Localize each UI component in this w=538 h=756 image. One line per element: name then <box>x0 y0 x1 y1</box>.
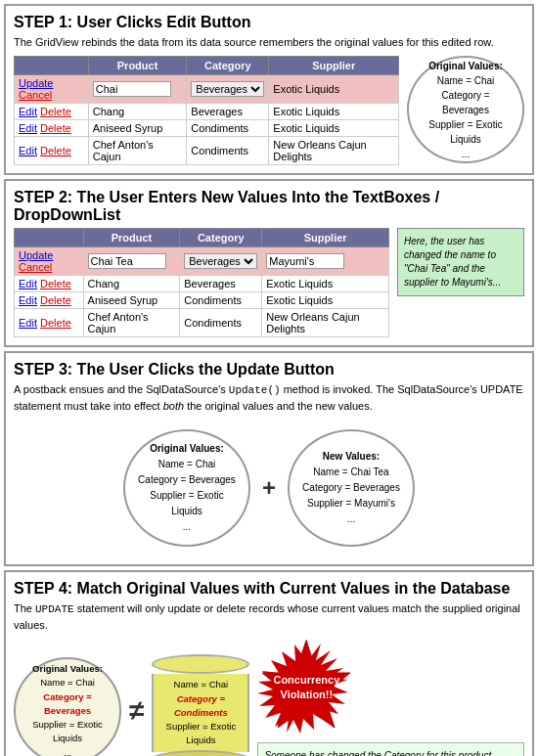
product-cell: Chef Anton's Cajun <box>88 137 187 165</box>
step3-description: A postback ensues and the SqlDataSource'… <box>14 382 524 414</box>
product-cell: Chef Anton's Cajun <box>83 309 180 337</box>
new-values-circle: New Values: Name = Chai Tea Category = B… <box>288 429 415 547</box>
step1-content: Product Category Supplier Update Cancel <box>14 56 524 165</box>
table-row: Edit Delete Chef Anton's Cajun Condiment… <box>15 309 389 337</box>
step4-right: ConcurrencyViolation!! Someone has chang… <box>257 639 524 756</box>
table-row: Update Cancel Beverages Exotic Liquids <box>15 75 399 104</box>
delete-link[interactable]: Delete <box>40 278 71 289</box>
row-actions: Edit Delete <box>15 137 89 165</box>
product-input[interactable] <box>88 253 166 269</box>
category-cell: Condiments <box>180 292 262 309</box>
row-actions: Edit Delete <box>15 120 89 137</box>
step2-content: Product Category Supplier Update Cancel <box>14 228 524 337</box>
table-row: Edit Delete Aniseed Syrup Condiments Exo… <box>15 292 389 309</box>
category-cell: Condiments <box>187 137 269 165</box>
category-cell: Beverages <box>187 104 269 120</box>
supplier-cell: New Orleans Cajun Delights <box>269 137 399 165</box>
row-actions: Edit Delete <box>15 292 84 309</box>
product-cell: Chang <box>88 104 187 120</box>
table-row: Edit Delete Aniseed Syrup Condiments Exo… <box>15 120 399 137</box>
category-cell[interactable]: Beverages <box>187 75 269 104</box>
category-cell[interactable]: Beverages <box>180 247 262 276</box>
delete-link[interactable]: Delete <box>40 294 71 306</box>
cylinder-top <box>152 654 249 674</box>
delete-link[interactable]: Delete <box>40 106 71 117</box>
step1-table: Product Category Supplier Update Cancel <box>14 56 399 165</box>
table-row: Edit Delete Chang Beverages Exotic Liqui… <box>15 276 389 292</box>
step2-table: Product Category Supplier Update Cancel <box>14 228 389 337</box>
step3-circles: Original Values: Name = Chai Category = … <box>14 420 524 556</box>
supplier-cell: Exotic Liquids <box>269 75 399 104</box>
col-product: Product <box>83 229 180 247</box>
step2-note: Here, the user has changed the name to "… <box>397 228 524 296</box>
step2-section: STEP 2: The User Enters New Values Into … <box>4 179 534 347</box>
row-actions: Update Cancel <box>15 75 89 104</box>
step3-title: STEP 3: The User Clicks the Update Butto… <box>14 361 524 378</box>
table-row: Edit Delete Chang Beverages Exotic Liqui… <box>15 104 399 120</box>
original-values-circle: Original Values: Name = Chai Category = … <box>407 56 524 163</box>
step1-section: STEP 1: User Clicks Edit Button The Grid… <box>4 4 534 175</box>
step3-section: STEP 3: The User Clicks the Update Butto… <box>4 351 534 566</box>
row-actions: Edit Delete <box>15 309 84 337</box>
cancel-link[interactable]: Cancel <box>19 261 52 273</box>
category-cell: Beverages <box>180 276 262 292</box>
product-cell: Aniseed Syrup <box>88 120 187 137</box>
supplier-cell[interactable] <box>262 247 389 276</box>
product-input[interactable] <box>93 81 171 97</box>
supplier-input[interactable] <box>266 253 344 269</box>
category-cell: Condiments <box>180 309 262 337</box>
update-link[interactable]: Update <box>19 77 53 89</box>
step4-original-circle: Original Values: Name = Chai Category = … <box>14 657 121 756</box>
col-category: Category <box>187 57 269 75</box>
starburst-text: ConcurrencyViolation!! <box>267 673 345 703</box>
step1-title: STEP 1: User Clicks Edit Button <box>14 14 524 31</box>
category-cell: Condiments <box>187 120 269 137</box>
edit-link[interactable]: Edit <box>19 317 37 329</box>
step2-title: STEP 2: The User Enters New Values Into … <box>14 189 524 224</box>
edit-link[interactable]: Edit <box>19 122 37 134</box>
supplier-cell: Exotic Liquids <box>269 120 399 137</box>
edit-link[interactable]: Edit <box>19 106 37 117</box>
col-category: Category <box>180 229 262 247</box>
delete-link[interactable]: Delete <box>40 317 71 329</box>
concurrency-note-text: Someone has changed the Category for thi… <box>264 750 491 756</box>
update-link[interactable]: Update <box>19 249 53 261</box>
supplier-cell: Exotic Liquids <box>262 276 389 292</box>
category-select[interactable]: Beverages <box>191 81 264 97</box>
product-cell[interactable] <box>88 75 187 104</box>
edit-link[interactable]: Edit <box>19 294 37 306</box>
col-product: Product <box>88 57 187 75</box>
category-select[interactable]: Beverages <box>184 253 257 269</box>
neq-sign: ≠ <box>129 695 144 727</box>
row-actions: Update Cancel <box>15 247 84 276</box>
table-row: Update Cancel Beverages <box>15 247 389 276</box>
row-actions: Edit Delete <box>15 104 89 120</box>
step4-description: The UPDATE statement will only update or… <box>14 601 524 633</box>
step2-note-text: Here, the user has changed the name to "… <box>404 236 501 288</box>
edit-link[interactable]: Edit <box>19 145 37 156</box>
delete-link[interactable]: Delete <box>40 122 71 134</box>
step4-bottom: Original Values: Name = Chai Category = … <box>14 639 524 756</box>
col-actions <box>15 57 89 75</box>
step1-table-wrap: Product Category Supplier Update Cancel <box>14 56 399 165</box>
step2-table-wrap: Product Category Supplier Update Cancel <box>14 228 389 337</box>
col-supplier: Supplier <box>269 57 399 75</box>
product-cell[interactable] <box>83 247 180 276</box>
cylinder-body: Name = Chai Category = Condiments Suppli… <box>152 674 249 751</box>
step1-description: The GridView rebinds the data from its d… <box>14 35 524 50</box>
step4-section: STEP 4: Match Original Values with Curre… <box>4 570 534 756</box>
delete-link[interactable]: Delete <box>40 145 71 156</box>
cancel-link[interactable]: Cancel <box>19 89 52 101</box>
db-cylinder: Name = Chai Category = Condiments Suppli… <box>152 654 249 756</box>
starburst: ConcurrencyViolation!! <box>257 639 355 736</box>
row-actions: Edit Delete <box>15 276 84 292</box>
edit-link[interactable]: Edit <box>19 278 37 289</box>
plus-sign: + <box>262 474 276 502</box>
concurrency-note: Someone has changed the Category for thi… <box>257 742 524 756</box>
product-cell: Chang <box>83 276 180 292</box>
supplier-cell: New Orleans Cajun Delights <box>262 309 389 337</box>
original-values-circle: Original Values: Name = Chai Category = … <box>123 429 250 547</box>
step4-title: STEP 4: Match Original Values with Curre… <box>14 580 524 598</box>
product-cell: Aniseed Syrup <box>83 292 180 309</box>
col-actions <box>15 229 84 247</box>
